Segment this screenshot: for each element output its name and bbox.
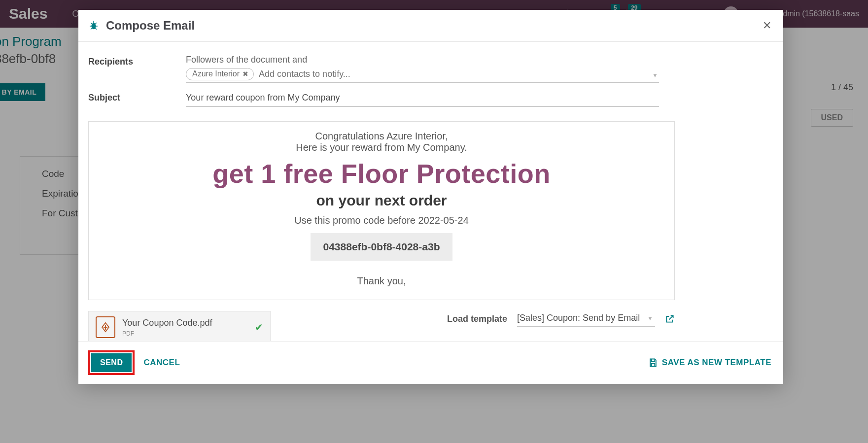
send-button[interactable]: SEND xyxy=(91,353,132,372)
body-subhead: on your next order xyxy=(104,192,660,209)
body-greeting-1: Congratulations Azure Interior, xyxy=(104,131,660,142)
modal-title: Compose Email xyxy=(106,19,195,33)
attachment-ext: PDF xyxy=(122,330,212,337)
send-button-highlight: SEND xyxy=(88,350,135,375)
close-icon[interactable]: ✕ xyxy=(763,19,771,32)
modal-body: Recipients Followers of the document and… xyxy=(78,42,783,341)
recipients-dropdown-icon[interactable]: ▼ xyxy=(652,72,658,79)
save-as-template-button[interactable]: SAVE AS NEW TEMPLATE xyxy=(648,358,771,368)
chevron-down-icon[interactable]: ▼ xyxy=(647,315,653,322)
modal-footer: SEND CANCEL SAVE AS NEW TEMPLATE xyxy=(78,341,783,384)
recipient-tag-label: Azure Interior xyxy=(192,69,240,78)
subject-input[interactable] xyxy=(186,91,659,106)
recipients-input-row[interactable]: Azure Interior ✖ ▼ xyxy=(186,68,659,83)
save-as-template-label: SAVE AS NEW TEMPLATE xyxy=(662,358,771,368)
recipients-followers-note: Followers of the document and xyxy=(186,55,771,65)
compose-email-modal: Compose Email ✕ Recipients Followers of … xyxy=(78,10,783,384)
recipients-input[interactable] xyxy=(259,68,659,80)
save-icon xyxy=(648,358,658,368)
external-link-icon[interactable] xyxy=(665,314,675,324)
template-label: Load template xyxy=(447,314,507,324)
subject-label: Subject xyxy=(88,91,186,103)
body-promo-code: 04388efb-0bf8-4028-a3b xyxy=(311,233,453,261)
pdf-icon xyxy=(96,316,115,338)
attachment-name: Your Coupon Code.pdf xyxy=(122,318,212,328)
body-use-before: Use this promo code before 2022-05-24 xyxy=(104,215,660,226)
body-headline: get 1 free Floor Protection xyxy=(104,159,660,188)
recipient-tag[interactable]: Azure Interior ✖ xyxy=(186,68,254,80)
template-value: [Sales] Coupon: Send by Email xyxy=(517,313,640,323)
recipients-label: Recipients xyxy=(88,55,186,67)
remove-tag-icon[interactable]: ✖ xyxy=(243,70,248,78)
email-body-editor[interactable]: Congratulations Azure Interior, Here is … xyxy=(88,121,675,300)
body-greeting-2: Here is your reward from My Company. xyxy=(104,142,660,153)
debug-icon[interactable] xyxy=(88,20,99,31)
attachment-card[interactable]: Your Coupon Code.pdf PDF ✔ xyxy=(88,311,271,341)
body-thanks: Thank you, xyxy=(104,275,660,287)
template-select[interactable]: [Sales] Coupon: Send by Email ▼ xyxy=(517,311,655,327)
modal-header: Compose Email ✕ xyxy=(78,10,783,42)
cancel-button[interactable]: CANCEL xyxy=(143,358,180,368)
attachment-ok-icon: ✔ xyxy=(255,321,263,333)
